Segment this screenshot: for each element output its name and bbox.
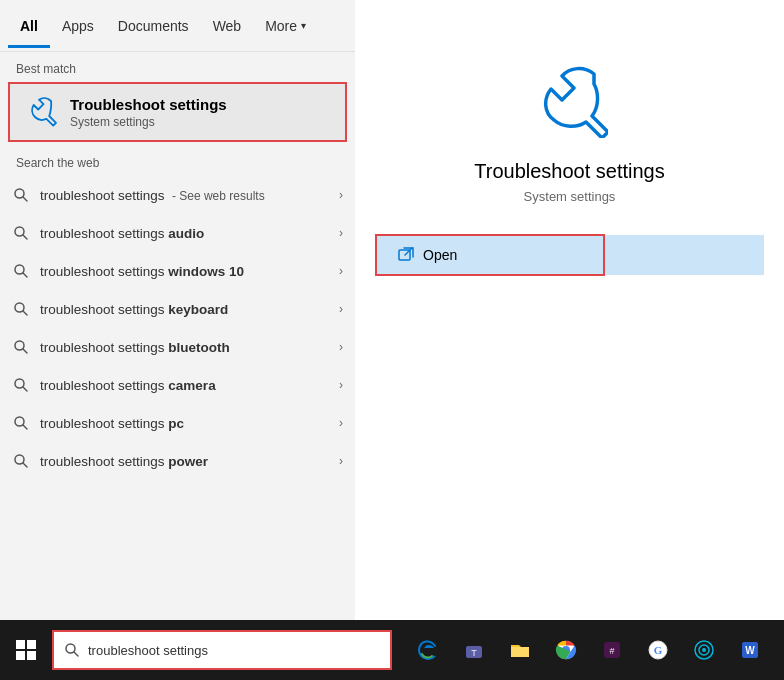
best-match-subtitle: System settings xyxy=(70,115,227,129)
svg-line-3 xyxy=(23,235,27,239)
search-icon xyxy=(12,414,30,432)
word-icon[interactable]: W xyxy=(728,628,772,672)
list-item[interactable]: troubleshoot settings keyboard › xyxy=(0,290,355,328)
search-result-text: troubleshoot settings keyboard xyxy=(40,302,329,317)
taskbar-search-bar[interactable]: troubleshoot settings xyxy=(52,630,392,670)
list-item[interactable]: troubleshoot settings camera › xyxy=(0,366,355,404)
chevron-right-icon: › xyxy=(339,340,343,354)
svg-text:G: G xyxy=(654,644,663,656)
best-match-title: Troubleshoot settings xyxy=(70,96,227,113)
chrome-icon[interactable] xyxy=(544,628,588,672)
left-panel: All Apps Documents Web More ▾ N xyxy=(0,0,355,620)
search-icon xyxy=(12,452,30,470)
tab-more[interactable]: More ▾ xyxy=(253,4,318,48)
app-subtitle: System settings xyxy=(524,189,616,204)
svg-point-33 xyxy=(702,648,706,652)
tab-apps[interactable]: Apps xyxy=(50,4,106,48)
search-result-text: troubleshoot settings power xyxy=(40,454,329,469)
svg-line-9 xyxy=(23,349,27,353)
search-icon xyxy=(12,338,30,356)
search-icon xyxy=(64,642,80,658)
svg-rect-18 xyxy=(27,640,36,649)
svg-line-11 xyxy=(23,387,27,391)
search-popup: All Apps Documents Web More ▾ N xyxy=(0,0,784,620)
open-button-extension xyxy=(605,235,764,275)
search-web-section: Search the web troubleshoot settings - S… xyxy=(0,146,355,620)
tabs-bar: All Apps Documents Web More ▾ N xyxy=(0,0,355,52)
google-icon[interactable]: G xyxy=(636,628,680,672)
svg-line-5 xyxy=(23,273,27,277)
svg-line-1 xyxy=(23,197,27,201)
list-item[interactable]: troubleshoot settings audio › xyxy=(0,214,355,252)
app-icon-large xyxy=(530,60,610,140)
chevron-right-icon: › xyxy=(339,416,343,430)
app-title: Troubleshoot settings xyxy=(474,160,664,183)
svg-line-7 xyxy=(23,311,27,315)
svg-line-15 xyxy=(23,463,27,467)
tab-documents[interactable]: Documents xyxy=(106,4,201,48)
svg-text:W: W xyxy=(745,645,755,656)
svg-rect-17 xyxy=(16,640,25,649)
best-match-item[interactable]: Troubleshoot settings System settings xyxy=(8,82,347,142)
taskbar-search-text: troubleshoot settings xyxy=(88,643,208,658)
taskbar-icons: T # xyxy=(406,628,772,672)
taskbar: troubleshoot settings T xyxy=(0,620,784,680)
search-icon xyxy=(12,224,30,242)
wrench-icon xyxy=(22,94,58,130)
tab-all[interactable]: All xyxy=(8,4,50,48)
right-panel: Troubleshoot settings System settings Op… xyxy=(355,0,784,620)
list-item[interactable]: troubleshoot settings pc › xyxy=(0,404,355,442)
open-icon xyxy=(397,246,415,264)
svg-rect-19 xyxy=(16,651,25,660)
file-explorer-icon[interactable] xyxy=(498,628,542,672)
search-result-text: troubleshoot settings - See web results xyxy=(40,188,329,203)
search-icon xyxy=(12,300,30,318)
teams-icon[interactable]: T xyxy=(452,628,496,672)
edge-icon[interactable] xyxy=(406,628,450,672)
photos-icon[interactable] xyxy=(682,628,726,672)
chevron-right-icon: › xyxy=(339,454,343,468)
search-result-text: troubleshoot settings windows 10 xyxy=(40,264,329,279)
search-result-text: troubleshoot settings audio xyxy=(40,226,329,241)
search-result-text: troubleshoot settings pc xyxy=(40,416,329,431)
best-match-text: Troubleshoot settings System settings xyxy=(70,96,227,129)
svg-text:#: # xyxy=(609,646,614,656)
svg-rect-20 xyxy=(27,651,36,660)
chevron-right-icon: › xyxy=(339,302,343,316)
open-button[interactable]: Open xyxy=(375,234,605,276)
slack-icon[interactable]: # xyxy=(590,628,634,672)
chevron-right-icon: › xyxy=(339,264,343,278)
start-button[interactable] xyxy=(4,628,48,672)
chevron-right-icon: › xyxy=(339,378,343,392)
chevron-right-icon: › xyxy=(339,188,343,202)
search-result-text: troubleshoot settings camera xyxy=(40,378,329,393)
svg-text:T: T xyxy=(471,648,477,658)
tab-web[interactable]: Web xyxy=(201,4,254,48)
search-web-label: Search the web xyxy=(0,146,355,176)
search-icon xyxy=(12,262,30,280)
chevron-down-icon: ▾ xyxy=(301,20,306,31)
list-item[interactable]: troubleshoot settings bluetooth › xyxy=(0,328,355,366)
svg-line-13 xyxy=(23,425,27,429)
list-item[interactable]: troubleshoot settings windows 10 › xyxy=(0,252,355,290)
list-item[interactable]: troubleshoot settings power › xyxy=(0,442,355,480)
chevron-right-icon: › xyxy=(339,226,343,240)
svg-line-22 xyxy=(74,652,78,656)
search-result-text: troubleshoot settings bluetooth xyxy=(40,340,329,355)
search-icon xyxy=(12,186,30,204)
best-match-label: Best match xyxy=(0,52,355,82)
list-item[interactable]: troubleshoot settings - See web results … xyxy=(0,176,355,214)
search-icon xyxy=(12,376,30,394)
open-button-row: Open xyxy=(355,234,784,276)
